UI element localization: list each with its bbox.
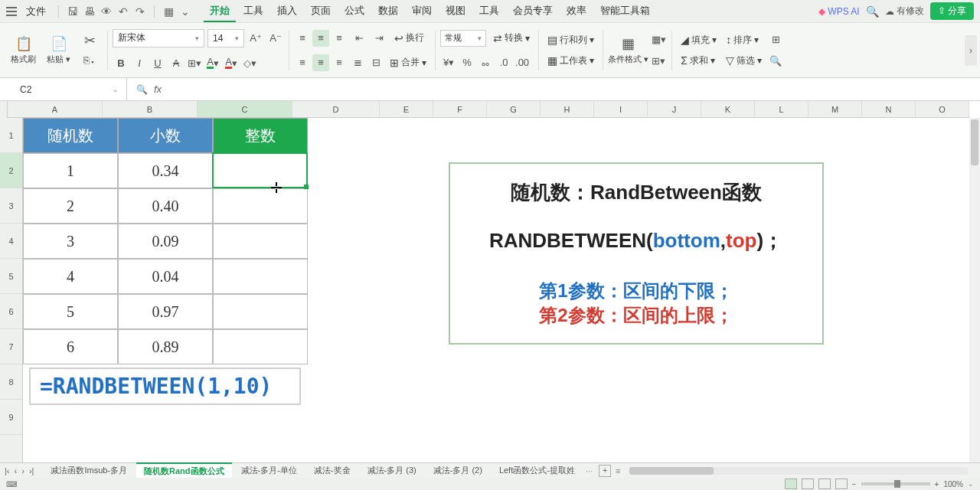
cell-B7[interactable]: 0.89 [118, 329, 213, 364]
fill-color-button[interactable]: A▾ [223, 55, 240, 72]
align-middle-icon[interactable]: ≡ [312, 30, 329, 47]
row-header-2[interactable]: 2 [0, 153, 22, 188]
cell-A2[interactable]: 1 [23, 153, 118, 188]
nav-next-icon[interactable]: › [21, 466, 24, 475]
search-icon[interactable]: 🔍 [866, 5, 879, 18]
col-header-C[interactable]: C [198, 101, 292, 117]
dropdown-caret-icon[interactable]: ⌄ [179, 5, 191, 18]
menu-tab-10[interactable]: 效率 [560, 1, 593, 22]
cut-button[interactable]: ✂ [84, 32, 96, 49]
row-header-4[interactable]: 4 [0, 224, 22, 259]
cell-A6[interactable]: 5 [23, 294, 118, 329]
menu-tab-1[interactable]: 工具 [237, 1, 270, 22]
decrease-decimal-icon[interactable]: .0 [495, 54, 512, 71]
horizontal-scrollbar[interactable] [629, 467, 968, 475]
font-name-select[interactable]: 新宋体▾ [113, 29, 204, 47]
col-header-J[interactable]: J [648, 101, 701, 117]
row-header-6[interactable]: 6 [0, 294, 22, 329]
comma-icon[interactable]: ₒₒ [477, 54, 494, 71]
font-size-select[interactable]: 14▾ [207, 29, 244, 47]
file-menu[interactable]: 文件 [21, 3, 51, 20]
cell-C6[interactable] [213, 294, 308, 329]
row-col-button[interactable]: ▤行和列 ▾ [544, 32, 598, 48]
table-style-icon[interactable]: ▦▾ [650, 31, 667, 48]
sheet-tab-2[interactable]: 减法-多月-单位 [234, 463, 305, 478]
col-header-B[interactable]: B [103, 101, 198, 117]
print-icon[interactable]: 🖶 [83, 5, 96, 18]
sheet-tab-6[interactable]: Left函数公式-提取姓 [492, 463, 583, 478]
col-header-L[interactable]: L [755, 101, 808, 117]
select-all-corner[interactable] [0, 101, 8, 118]
nav-first-icon[interactable]: |‹ [5, 466, 10, 475]
cell-B2[interactable]: 0.34 [118, 153, 213, 188]
name-box[interactable]: C2⌄ [12, 78, 127, 100]
sheet-tab-5[interactable]: 减法-多月 (2) [426, 463, 490, 478]
paste-button[interactable]: 📄粘贴 ▾ [47, 35, 70, 65]
increase-font-icon[interactable]: A⁺ [247, 30, 264, 47]
zoom-in-icon[interactable]: + [935, 480, 939, 488]
nav-prev-icon[interactable]: ‹ [15, 466, 18, 475]
col-header-H[interactable]: H [541, 101, 594, 117]
decrease-font-icon[interactable]: A⁻ [267, 30, 284, 47]
sheet-menu-icon[interactable]: ≡ [616, 466, 620, 475]
formula-input[interactable] [171, 78, 980, 100]
increase-decimal-icon[interactable]: .00 [514, 54, 531, 71]
cell-B5[interactable]: 0.04 [118, 259, 213, 294]
freeze-icon[interactable]: ⊞ [767, 31, 784, 48]
zoom-out-icon[interactable]: − [852, 480, 857, 488]
menu-tab-7[interactable]: 视图 [439, 1, 472, 22]
cell-A5[interactable]: 4 [23, 259, 118, 294]
menu-tab-9[interactable]: 会员专享 [507, 1, 559, 22]
cell-A3[interactable]: 2 [23, 188, 118, 224]
row-header-5[interactable]: 5 [0, 259, 22, 294]
preview-icon[interactable]: 👁 [100, 5, 113, 18]
col-header-D[interactable]: D [292, 101, 380, 117]
sheets-more-icon[interactable]: ··· [583, 466, 596, 475]
col-header-O[interactable]: O [916, 101, 969, 117]
cell-C5[interactable] [213, 259, 308, 294]
zoom-formula-icon[interactable]: 🔍 [136, 84, 148, 95]
row-header-1[interactable]: 1 [0, 118, 22, 153]
sheet-tab-4[interactable]: 减法-多月 (3) [360, 463, 424, 478]
undo-icon[interactable]: ↶ [117, 5, 129, 18]
cell-A7[interactable]: 6 [23, 329, 118, 364]
indent-decrease-icon[interactable]: ⇤ [351, 30, 368, 47]
vertical-scrollbar[interactable] [969, 118, 980, 462]
underline-button[interactable]: U [149, 55, 166, 72]
cell-C1[interactable]: 整数 [213, 118, 308, 153]
fill-button[interactable]: ◢填充 ▾ [677, 32, 720, 48]
nav-last-icon[interactable]: ›| [29, 466, 34, 475]
menu-tab-3[interactable]: 页面 [305, 1, 337, 22]
col-header-F[interactable]: F [433, 101, 487, 117]
copy-icon[interactable]: ⎘▾ [81, 52, 98, 69]
menu-tab-5[interactable]: 数据 [372, 1, 404, 22]
menu-tab-2[interactable]: 插入 [271, 1, 303, 22]
cell-B3[interactable]: 0.40 [118, 188, 213, 224]
menu-icon[interactable] [6, 7, 17, 16]
view-normal-icon[interactable] [785, 479, 797, 489]
zoom-slider[interactable] [861, 482, 930, 485]
save-icon[interactable]: 🖫 [67, 5, 79, 18]
sum-button[interactable]: Σ求和 ▾ [677, 53, 720, 69]
convert-button[interactable]: ⇄转换 ▾ [489, 30, 534, 46]
cell-B1[interactable]: 小数 [118, 118, 213, 153]
bold-button[interactable]: B [113, 55, 129, 72]
strikethrough-button[interactable]: A [168, 55, 185, 72]
indent-increase-icon[interactable]: ⇥ [371, 30, 387, 47]
cloud-status[interactable]: ☁ 有修改 [885, 5, 924, 18]
wrap-text-button[interactable]: ↩换行 [390, 30, 428, 46]
col-header-K[interactable]: K [701, 101, 755, 117]
share-button[interactable]: ⇧ 分享 [930, 2, 974, 20]
zoom-level[interactable]: 100% [943, 480, 963, 488]
view-reading-icon[interactable] [835, 479, 848, 489]
sheet-tab-3[interactable]: 减法-奖金 [306, 463, 358, 478]
find-icon[interactable]: 🔍 [767, 53, 784, 70]
format-painter-button[interactable]: 📋格式刷 [11, 35, 36, 65]
worksheet-button[interactable]: ▦工作表 ▾ [544, 53, 598, 69]
menu-tab-4[interactable]: 公式 [338, 1, 371, 22]
percent-icon[interactable]: % [459, 54, 475, 71]
cell-A4[interactable]: 3 [23, 224, 118, 259]
col-header-M[interactable]: M [808, 101, 862, 117]
sheet-tab-1[interactable]: 随机数Rand函数公式 [136, 462, 232, 479]
cell-style-icon[interactable]: ⊞▾ [650, 53, 667, 70]
